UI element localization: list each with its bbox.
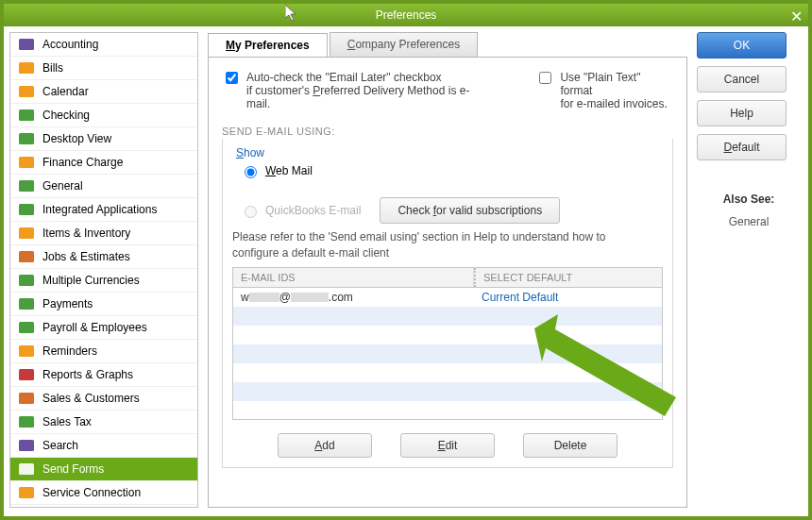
table-row[interactable]: w@.com Current Default xyxy=(233,288,662,307)
sidebar-item-label: Reports & Graphs xyxy=(42,368,133,381)
plain-text-label: Use "Plain Text" format for e-mailed inv… xyxy=(560,71,673,110)
auto-check-email-later-input[interactable] xyxy=(226,72,238,84)
sidebar-icon xyxy=(16,178,37,193)
sidebar-icon xyxy=(16,226,37,241)
sidebar-icon xyxy=(16,155,37,170)
default-button[interactable]: Default xyxy=(697,134,787,160)
sidebar-icon xyxy=(16,320,37,335)
sidebar-item-label: Calendar xyxy=(42,85,89,98)
auto-check-email-later-checkbox[interactable]: Auto-check the "Email Later" checkbox if… xyxy=(222,71,488,110)
default-cell[interactable]: Current Default xyxy=(474,288,662,307)
send-email-hint: Please refer to the 'Send email using' s… xyxy=(232,229,648,261)
sidebar-item-desktop-view[interactable]: Desktop View xyxy=(10,127,197,151)
sidebar-item-label: Sales & Customers xyxy=(42,392,140,405)
sidebar-item-checking[interactable]: Checking xyxy=(10,104,197,127)
main-panel: My Preferences Company Preferences Auto-… xyxy=(198,26,693,513)
sidebar-item-payroll-employees[interactable]: Payroll & Employees xyxy=(10,316,197,340)
also-see-general-link[interactable]: General xyxy=(697,215,801,228)
svg-rect-11 xyxy=(19,275,34,286)
sidebar-icon xyxy=(16,438,37,453)
sidebar-item-sales-tax[interactable]: Sales Tax xyxy=(10,411,197,434)
sidebar-item-sales-customers[interactable]: Sales & Customers xyxy=(10,387,197,411)
sidebar-item-label: Send Forms xyxy=(42,462,104,476)
sidebar-icon xyxy=(16,249,37,264)
auto-check-label: Auto-check the "Email Later" checkbox if… xyxy=(246,71,488,110)
my-preferences-panel: Auto-check the "Email Later" checkbox if… xyxy=(208,57,687,508)
sidebar-item-reminders[interactable]: Reminders xyxy=(10,340,197,363)
svg-rect-18 xyxy=(19,440,34,451)
tab-company-preferences[interactable]: Company Preferences xyxy=(330,32,478,57)
sidebar-icon xyxy=(16,60,37,75)
sidebar-item-label: Jobs & Estimates xyxy=(42,250,130,263)
svg-rect-13 xyxy=(19,322,34,333)
sidebar-item-calendar[interactable]: Calendar xyxy=(10,80,197,104)
preferences-sidebar[interactable]: AccountingBillsCalendarCheckingDesktop V… xyxy=(9,32,198,508)
sidebar-item-label: Service Connection xyxy=(42,486,141,499)
sidebar-item-label: Reminders xyxy=(42,344,97,358)
sidebar-item-label: Desktop View xyxy=(42,132,111,145)
sidebar-icon xyxy=(16,367,37,382)
also-see-section: Also See: General xyxy=(697,193,801,228)
svg-rect-19 xyxy=(19,463,34,475)
sidebar-icon xyxy=(16,273,37,288)
col-email-ids: E-MAIL IDS xyxy=(233,268,474,287)
email-table-body[interactable]: w@.com Current Default xyxy=(232,288,663,420)
sidebar-item-spelling[interactable]: Spelling xyxy=(10,505,197,508)
plain-text-input[interactable] xyxy=(539,72,551,84)
sidebar-item-label: Payments xyxy=(42,297,93,310)
sidebar-item-accounting[interactable]: Accounting xyxy=(10,33,197,57)
sidebar-item-label: Sales Tax xyxy=(42,415,92,428)
sidebar-item-jobs-estimates[interactable]: Jobs & Estimates xyxy=(10,245,197,269)
sidebar-item-label: Integrated Applications xyxy=(42,203,157,216)
sidebar-icon xyxy=(16,485,37,500)
ok-button[interactable]: OK xyxy=(697,32,787,59)
svg-rect-14 xyxy=(19,345,34,357)
titlebar: Preferences ✕ xyxy=(4,4,808,26)
close-icon[interactable]: ✕ xyxy=(790,6,803,28)
redacted xyxy=(291,293,329,302)
sidebar-item-integrated-applications[interactable]: Integrated Applications xyxy=(10,198,197,222)
sidebar-item-send-forms[interactable]: Send Forms xyxy=(10,458,197,481)
sidebar-item-payments[interactable]: Payments xyxy=(10,293,197,316)
sidebar-icon xyxy=(16,391,37,406)
sidebar-item-label: Search xyxy=(42,439,78,452)
col-select-default: SELECT DEFAULT xyxy=(474,268,662,287)
svg-rect-9 xyxy=(19,227,34,239)
help-button[interactable]: Help xyxy=(697,100,787,126)
edit-button[interactable]: Edit xyxy=(400,433,495,458)
email-cell[interactable]: w@.com xyxy=(233,288,474,307)
sidebar-item-service-connection[interactable]: Service Connection xyxy=(10,481,197,505)
sidebar-item-general[interactable]: General xyxy=(10,175,197,198)
svg-rect-15 xyxy=(19,369,34,380)
svg-rect-17 xyxy=(19,416,34,428)
show-label: Show xyxy=(236,146,663,159)
sidebar-icon xyxy=(16,108,37,123)
svg-rect-4 xyxy=(19,109,34,121)
sidebar-item-items-inventory[interactable]: Items & Inventory xyxy=(10,222,197,245)
sidebar-item-label: Accounting xyxy=(42,38,98,51)
tabs: My Preferences Company Preferences xyxy=(208,32,687,57)
preferences-window: Preferences ✕ AccountingBillsCalendarChe… xyxy=(0,0,812,520)
svg-rect-16 xyxy=(19,393,34,404)
right-button-column: OK Cancel Help Default Also See: General xyxy=(693,26,808,513)
sidebar-item-multiple-currencies[interactable]: Multiple Currencies xyxy=(10,269,197,293)
add-button[interactable]: Add xyxy=(278,433,372,458)
sidebar-item-reports-graphs[interactable]: Reports & Graphs xyxy=(10,363,197,387)
email-table-header: E-MAIL IDS SELECT DEFAULT xyxy=(232,267,663,288)
sidebar-item-finance-charge[interactable]: Finance Charge xyxy=(10,151,197,175)
radio-web-mail[interactable]: Web Mail xyxy=(240,163,663,178)
svg-rect-3 xyxy=(19,86,34,97)
check-subscriptions-button[interactable]: Check for valid subscriptions xyxy=(380,197,560,224)
cancel-button[interactable]: Cancel xyxy=(697,66,787,92)
sidebar-item-label: Payroll & Employees xyxy=(42,321,147,334)
plain-text-checkbox[interactable]: Use "Plain Text" format for e-mailed inv… xyxy=(535,71,673,110)
sidebar-icon xyxy=(16,84,37,99)
sidebar-item-search[interactable]: Search xyxy=(10,434,197,458)
sidebar-item-label: Finance Charge xyxy=(42,156,123,169)
delete-button[interactable]: Delete xyxy=(523,433,617,458)
sidebar-item-bills[interactable]: Bills xyxy=(10,57,197,80)
sidebar-item-label: General xyxy=(42,179,83,193)
sidebar-icon xyxy=(16,461,37,477)
tab-my-preferences[interactable]: My Preferences xyxy=(208,33,328,58)
sidebar-icon xyxy=(16,202,37,217)
